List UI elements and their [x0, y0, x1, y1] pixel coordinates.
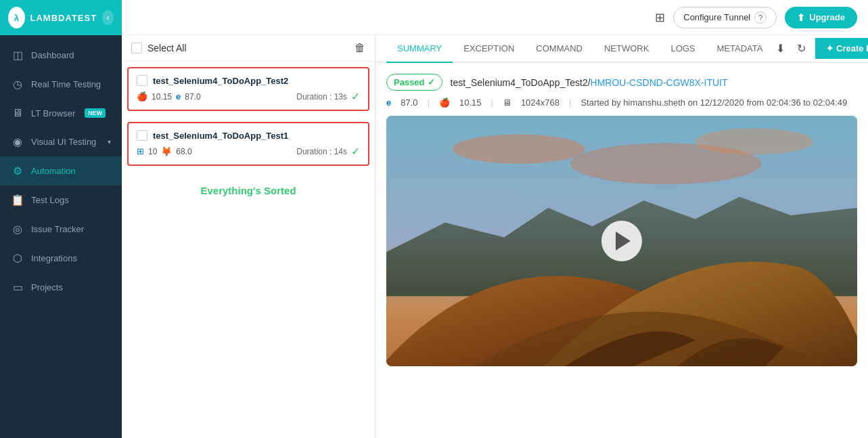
- play-triangle-icon: [616, 232, 631, 250]
- windows-os-icon: ⊞: [137, 146, 144, 156]
- tab-exception[interactable]: EXCEPTION: [453, 35, 525, 63]
- sidebar-label-lt-browser: LT Browser: [31, 108, 75, 118]
- create-issue-button[interactable]: ✦ Create Is: [815, 38, 868, 59]
- test-info: e 87.0 | 🍎 10.15 | 🖥 1024x768 | Started …: [386, 97, 857, 108]
- sidebar-nav: ◫ Dashboard ◷ Real Time Testing 🖥 LT Bro…: [0, 35, 122, 438]
- test2-meta: 🍎 10.15 e 87.0 Duration : 13s ✓: [137, 90, 360, 103]
- configure-tunnel-label: Configure Tunnel: [683, 12, 750, 22]
- sidebar-item-issue-tracker[interactable]: ◎ Issue Tracker: [0, 215, 122, 244]
- test1-pass-icon: ✓: [351, 145, 360, 158]
- apple-os-icon: 🍎: [137, 91, 147, 102]
- upgrade-button[interactable]: ⬆ Upgrade: [785, 7, 857, 28]
- tab-actions: ⬇ ↻ ✦ Create Is: [773, 38, 868, 59]
- test2-os-version: 10.15: [152, 92, 172, 102]
- everything-sorted-message: Everything's Sorted: [122, 171, 375, 210]
- test2-pass-icon: ✓: [351, 90, 360, 103]
- content-area: Select All 🗑 test_Selenium4_ToDoApp_Test…: [122, 35, 868, 438]
- issue-tracker-icon: ◎: [11, 223, 24, 236]
- sidebar-label-projects: Projects: [31, 282, 63, 292]
- edge-info-icon: e: [386, 97, 391, 108]
- test1-name: test_Selenium4_ToDoApp_Test1: [153, 131, 360, 141]
- visual-ui-testing-icon: ◉: [11, 135, 24, 148]
- lt-browser-icon: 🖥: [11, 107, 24, 119]
- video-overlay: [386, 116, 857, 366]
- summary-header: Passed ✓ test_Selenium4_ToDoApp_Test2/HM…: [386, 74, 857, 91]
- sidebar-label-dashboard: Dashboard: [31, 50, 74, 60]
- integrations-icon: ⬡: [11, 252, 24, 265]
- sidebar-label-issue-tracker: Issue Tracker: [31, 224, 84, 234]
- select-all-bar: Select All 🗑: [122, 35, 375, 62]
- sidebar-label-integrations: Integrations: [31, 253, 77, 263]
- test-path: test_Selenium4_ToDoApp_Test2/HMROU-CSDND…: [451, 77, 728, 88]
- select-all-checkbox[interactable]: [131, 43, 142, 53]
- sidebar-header: λ LAMBDATEST ‹: [0, 0, 122, 35]
- sidebar-item-integrations[interactable]: ⬡ Integrations: [0, 244, 122, 273]
- sidebar-item-lt-browser[interactable]: 🖥 LT Browser NEW: [0, 99, 122, 127]
- sidebar-item-projects[interactable]: ▭ Projects: [0, 273, 122, 302]
- passed-check-icon: ✓: [428, 77, 435, 87]
- sidebar-item-real-time-testing[interactable]: ◷ Real Time Testing: [0, 70, 122, 99]
- refresh-icon-button[interactable]: ↻: [794, 39, 808, 58]
- right-panel: SUMMARY EXCEPTION COMMAND NETWORK LOGS M…: [375, 35, 868, 438]
- tab-metadata[interactable]: METADATA: [706, 35, 774, 63]
- passed-badge: Passed ✓: [386, 74, 442, 91]
- sidebar-label-visual-ui-testing: Visual UI Testing: [31, 137, 96, 147]
- firefox-browser-icon: 🦊: [161, 146, 172, 156]
- sidebar-item-visual-ui-testing[interactable]: ◉ Visual UI Testing ▾: [0, 127, 122, 156]
- video-player[interactable]: [386, 116, 857, 366]
- test-card-2[interactable]: test_Selenium4_ToDoApp_Test2 🍎 10.15 e 8…: [127, 67, 369, 111]
- sidebar-toggle-button[interactable]: ‹: [102, 10, 114, 25]
- test1-browser-version: 68.0: [176, 147, 191, 156]
- real-time-testing-icon: ◷: [11, 78, 24, 91]
- resolution-info: 1024x768: [521, 97, 559, 108]
- projects-icon: ▭: [11, 281, 24, 294]
- apple-info-icon: 🍎: [439, 97, 450, 108]
- tab-network[interactable]: NETWORK: [593, 35, 660, 63]
- play-button[interactable]: [601, 221, 642, 261]
- main-container: ⊞ Configure Tunnel ? ⬆ Upgrade Select Al…: [122, 0, 868, 438]
- test-logs-icon: 📋: [11, 194, 24, 206]
- grid-icon[interactable]: ⊞: [655, 10, 665, 25]
- sidebar-label-real-time-testing: Real Time Testing: [31, 79, 101, 89]
- edge-browser-icon: e: [176, 91, 181, 102]
- test-path-id[interactable]: HMROU-CSDND-CGW8X-ITUIT: [591, 77, 728, 88]
- tab-bar: SUMMARY EXCEPTION COMMAND NETWORK LOGS M…: [375, 35, 868, 63]
- summary-content: Passed ✓ test_Selenium4_ToDoApp_Test2/HM…: [375, 63, 868, 438]
- test1-os-version: 10: [148, 147, 157, 156]
- create-issue-label: ✦ Create Is: [826, 43, 868, 53]
- os-version-info: 10.15: [459, 97, 482, 108]
- test2-checkbox[interactable]: [137, 75, 147, 86]
- browser-version-info: 87.0: [401, 97, 417, 108]
- sidebar-item-test-logs[interactable]: 📋 Test Logs: [0, 185, 122, 215]
- test-path-name: test_Selenium4_ToDoApp_Test2/: [451, 77, 591, 88]
- passed-label: Passed: [394, 77, 425, 87]
- help-icon: ?: [754, 12, 767, 24]
- configure-tunnel-button[interactable]: Configure Tunnel ?: [673, 7, 777, 28]
- started-by-info: Started by himanshu.sheth on 12/12/2020 …: [580, 97, 847, 108]
- sidebar: λ LAMBDATEST ‹ ◫ Dashboard ◷ Real Time T…: [0, 0, 122, 438]
- test1-checkbox[interactable]: [137, 130, 147, 141]
- sidebar-label-automation: Automation: [31, 166, 76, 176]
- test2-browser-version: 87.0: [185, 92, 200, 102]
- delete-icon[interactable]: 🗑: [355, 42, 365, 54]
- monitor-icon: 🖥: [503, 97, 511, 108]
- test1-duration: Duration : 14s: [296, 147, 347, 156]
- test2-name: test_Selenium4_ToDoApp_Test2: [153, 76, 360, 86]
- sidebar-label-test-logs: Test Logs: [31, 195, 69, 205]
- test1-meta: ⊞ 10 🦊 68.0 Duration : 14s ✓: [137, 145, 360, 158]
- brand-name: LAMBDATEST: [30, 13, 97, 23]
- tab-summary[interactable]: SUMMARY: [386, 35, 453, 63]
- sidebar-item-automation[interactable]: ⚙ Automation: [0, 156, 122, 185]
- top-bar: ⊞ Configure Tunnel ? ⬆ Upgrade: [122, 0, 868, 35]
- upgrade-icon: ⬆: [797, 12, 805, 23]
- logo-icon: λ: [8, 7, 25, 28]
- tab-command[interactable]: COMMAND: [525, 35, 593, 63]
- left-panel: Select All 🗑 test_Selenium4_ToDoApp_Test…: [122, 35, 375, 438]
- dashboard-icon: ◫: [11, 49, 24, 62]
- select-all-label: Select All: [147, 43, 187, 53]
- tab-logs[interactable]: LOGS: [660, 35, 706, 63]
- sidebar-item-dashboard[interactable]: ◫ Dashboard: [0, 41, 122, 70]
- upgrade-label: Upgrade: [809, 12, 845, 22]
- download-icon-button[interactable]: ⬇: [773, 39, 787, 58]
- test-card-1[interactable]: test_Selenium4_ToDoApp_Test1 ⊞ 10 🦊 68.0…: [127, 122, 369, 166]
